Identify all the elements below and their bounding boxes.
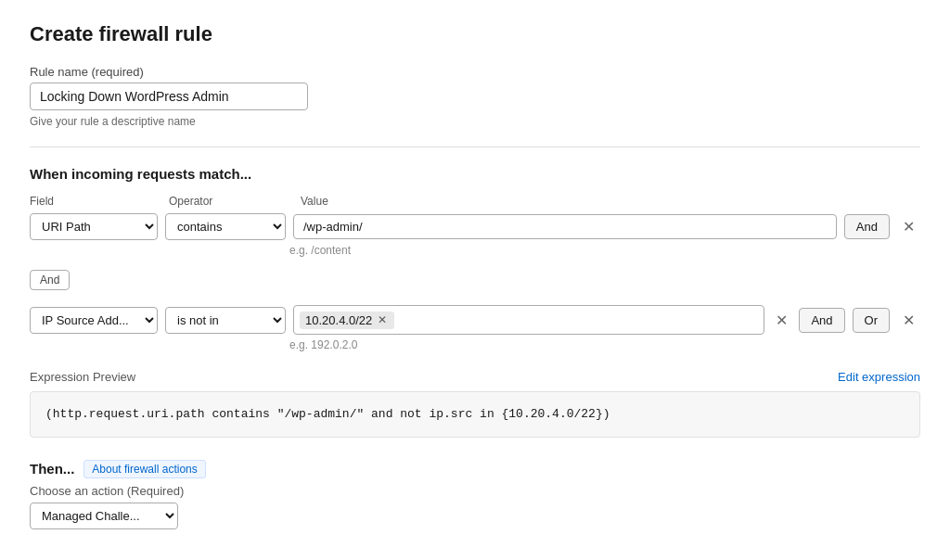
edit-expression-link[interactable]: Edit expression [838,370,920,384]
row2-or-button[interactable]: Or [853,308,890,333]
then-header: Then... About firewall actions [30,460,920,478]
rule-name-input[interactable] [30,83,308,110]
about-firewall-actions-link[interactable]: About firewall actions [83,460,205,478]
row2-field-select[interactable]: IP Source Add... URI Path Country Host [30,307,158,334]
expression-box: (http.request.uri.path contains "/wp-adm… [30,391,920,438]
filter-headers: Field Operator Value [30,195,920,208]
row2-and-button[interactable]: And [799,308,844,333]
row2-close-button[interactable]: ✕ [897,310,920,331]
filter-row-2: IP Source Add... URI Path Country Host i… [30,305,920,335]
rule-name-hint: Give your rule a descriptive name [30,115,920,128]
ip-tag: 10.20.4.0/22 ✕ [300,312,394,329]
ip-tag-remove-button[interactable]: ✕ [376,314,389,325]
row2-tag-container[interactable]: 10.20.4.0/22 ✕ [293,305,764,335]
field-header: Field [30,195,158,208]
expression-preview-header: Expression Preview Edit expression [30,370,920,384]
row1-value-input[interactable] [293,214,837,239]
and-connector-label: And [30,270,70,290]
rule-name-label: Rule name (required) [30,65,920,79]
operator-header: Operator [169,195,289,208]
expression-preview-section: Expression Preview Edit expression (http… [30,370,920,438]
row1-operator-select[interactable]: contains does not contain matches is in … [165,213,286,240]
row2-tag-input[interactable] [398,313,758,327]
row1-and-button[interactable]: And [844,214,890,239]
section-divider [30,146,920,147]
row1-hint: e.g. /content [30,244,920,257]
action-select[interactable]: Managed Challe... Block Allow JS Challen… [30,503,178,529]
when-title: When incoming requests match... [30,166,920,182]
page-title: Create firewall rule [30,22,920,46]
action-label: Choose an action (Required) [30,484,920,498]
filter-row-1: URI Path IP Source Address Country Host … [30,213,920,240]
row2-hint: e.g. 192.0.2.0 [30,338,920,351]
then-section: Then... About firewall actions Choose an… [30,460,920,529]
when-section: When incoming requests match... Field Op… [30,166,920,351]
row1-close-button[interactable]: ✕ [897,216,920,237]
ip-tag-value: 10.20.4.0/22 [305,313,372,327]
and-connector: And [30,264,920,298]
value-header: Value [301,195,920,208]
row2-clear-button[interactable]: ✕ [772,312,791,329]
then-label: Then... [30,461,74,477]
row1-field-select[interactable]: URI Path IP Source Address Country Host [30,213,158,240]
expression-preview-label: Expression Preview [30,370,135,384]
row2-operator-select[interactable]: is in is not in equals does not equal [165,307,286,334]
rule-name-section: Rule name (required) Give your rule a de… [30,65,920,128]
